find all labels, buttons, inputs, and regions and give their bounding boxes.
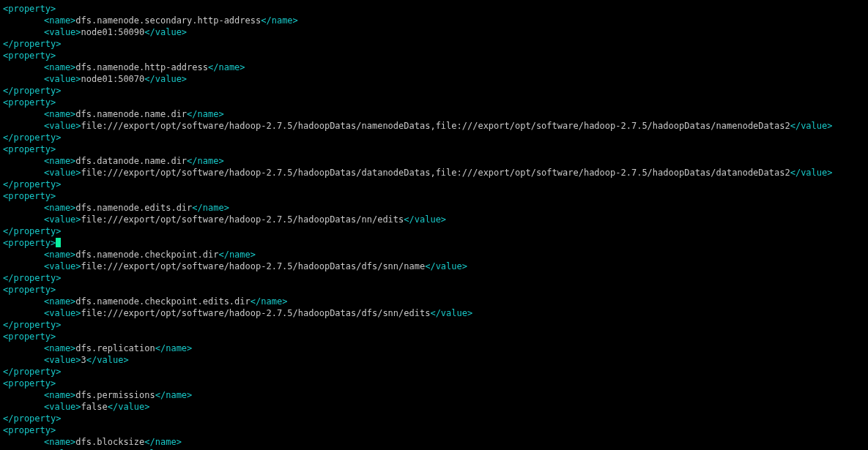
xml-tag: </name> <box>144 437 182 447</box>
code-line: <name>dfs.namenode.secondary.http-addres… <box>3 15 865 26</box>
xml-tag: </property> <box>3 273 61 283</box>
code-line: <property> <box>3 424 865 436</box>
xml-tag: <name> <box>44 296 75 307</box>
text-cursor <box>56 238 61 247</box>
xml-tag: </name> <box>192 203 229 213</box>
code-line: <property> <box>3 378 865 389</box>
xml-text: false <box>81 402 108 412</box>
code-line: </property> <box>3 319 865 331</box>
xml-tag: <value> <box>44 261 81 271</box>
xml-tag: </name> <box>218 250 256 260</box>
xml-text: dfs.namenode.checkpoint.edits.dir <box>75 296 250 307</box>
xml-tag: <name> <box>44 250 75 260</box>
xml-text: dfs.datanode.name.dir <box>75 156 187 166</box>
terminal-editor[interactable]: <property><name>dfs.namenode.secondary.h… <box>0 0 868 450</box>
xml-text: file:///export/opt/software/hadoop-2.7.5… <box>81 121 790 131</box>
xml-tag: <property> <box>3 191 56 201</box>
xml-tag: </value> <box>86 355 129 365</box>
xml-tag: </name> <box>187 109 224 119</box>
xml-text: dfs.replication <box>75 343 155 353</box>
xml-tag: <name> <box>44 343 75 353</box>
code-line: </property> <box>3 225 865 237</box>
xml-tag: <name> <box>44 62 75 72</box>
xml-tag: </property> <box>3 320 61 330</box>
xml-tag: <name> <box>44 156 75 166</box>
xml-tag: <property> <box>3 238 56 248</box>
code-line: <name>dfs.datanode.name.dir</name> <box>3 155 865 167</box>
xml-text: dfs.namenode.checkpoint.dir <box>75 250 218 260</box>
xml-tag: <name> <box>44 15 75 26</box>
code-line: <property> <box>3 50 865 61</box>
code-line: <name>dfs.namenode.http-address</name> <box>3 61 865 73</box>
xml-text: dfs.permissions <box>75 390 155 400</box>
xml-tag: <value> <box>44 308 81 318</box>
xml-tag: <value> <box>44 27 81 37</box>
xml-text: file:///export/opt/software/hadoop-2.7.5… <box>81 261 426 271</box>
code-line: <name>dfs.blocksize</name> <box>3 436 865 448</box>
xml-tag: </value> <box>144 74 187 84</box>
xml-tag: </property> <box>3 132 61 143</box>
code-line: <name>dfs.namenode.edits.dir</name> <box>3 202 865 214</box>
xml-tag: <value> <box>44 355 81 365</box>
xml-tag: </value> <box>144 27 187 37</box>
xml-tag: </property> <box>3 179 61 190</box>
xml-tag: </name> <box>251 296 288 307</box>
code-line: </property> <box>3 366 865 378</box>
xml-tag: <name> <box>44 203 75 213</box>
code-line: <name>dfs.namenode.checkpoint.edits.dir<… <box>3 296 865 307</box>
code-line: <value>3</value> <box>3 354 865 366</box>
xml-tag: </value> <box>430 308 472 318</box>
code-line: <value>file:///export/opt/software/hadoo… <box>3 307 865 319</box>
xml-tag: </property> <box>3 39 61 49</box>
xml-tag: </name> <box>187 156 224 166</box>
xml-text: dfs.namenode.http-address <box>75 62 208 72</box>
xml-tag: </name> <box>261 15 298 26</box>
xml-tag: <name> <box>44 109 75 119</box>
xml-tag: </name> <box>155 343 193 353</box>
xml-tag: <value> <box>44 168 81 178</box>
code-line: <property> <box>3 143 865 155</box>
xml-tag: </property> <box>3 226 61 236</box>
xml-tag: <value> <box>44 402 81 412</box>
xml-tag: <name> <box>44 437 75 447</box>
code-line: </property> <box>3 179 865 190</box>
code-line: <property> <box>3 190 865 202</box>
code-line: <property> <box>3 97 865 108</box>
xml-tag: </value> <box>404 214 446 225</box>
code-line: <property> <box>3 331 865 342</box>
xml-text: file:///export/opt/software/hadoop-2.7.5… <box>81 214 404 225</box>
code-line: <value>file:///export/opt/software/hadoo… <box>3 214 865 225</box>
xml-tag: <property> <box>3 50 56 61</box>
xml-tag: </property> <box>3 86 61 96</box>
code-line: <name>dfs.replication</name> <box>3 342 865 354</box>
xml-tag: </property> <box>3 367 61 377</box>
xml-tag: <property> <box>3 4 56 14</box>
xml-tag: </property> <box>3 413 61 424</box>
xml-tag: </value> <box>790 168 833 178</box>
code-line: </property> <box>3 85 865 97</box>
code-line: </property> <box>3 38 865 50</box>
xml-text: 3 <box>81 355 86 365</box>
xml-tag: <property> <box>3 331 56 342</box>
code-line: <name>dfs.permissions</name> <box>3 389 865 401</box>
xml-text: file:///export/opt/software/hadoop-2.7.5… <box>81 168 790 178</box>
xml-tag: <property> <box>3 285 56 295</box>
xml-tag: <value> <box>44 214 81 225</box>
code-line: <value>false</value> <box>3 401 865 413</box>
code-line: <value>file:///export/opt/software/hadoo… <box>3 120 865 132</box>
xml-tag: <property> <box>3 97 56 108</box>
code-line: <value>node01:50090</value> <box>3 26 865 38</box>
code-line: <property> <box>3 284 865 296</box>
xml-tag: </value> <box>425 261 467 271</box>
xml-tag: <name> <box>44 390 75 400</box>
code-line: <property> <box>3 237 865 249</box>
code-line: </property> <box>3 272 865 284</box>
code-line: <value>file:///export/opt/software/hadoo… <box>3 167 865 179</box>
xml-tag: <property> <box>3 378 56 389</box>
xml-tag: </name> <box>155 390 193 400</box>
xml-tag: <value> <box>44 74 81 84</box>
xml-tag: <property> <box>3 144 56 154</box>
xml-text: file:///export/opt/software/hadoop-2.7.5… <box>81 308 431 318</box>
code-line: <value>file:///export/opt/software/hadoo… <box>3 260 865 272</box>
code-line: <value>node01:50070</value> <box>3 73 865 85</box>
